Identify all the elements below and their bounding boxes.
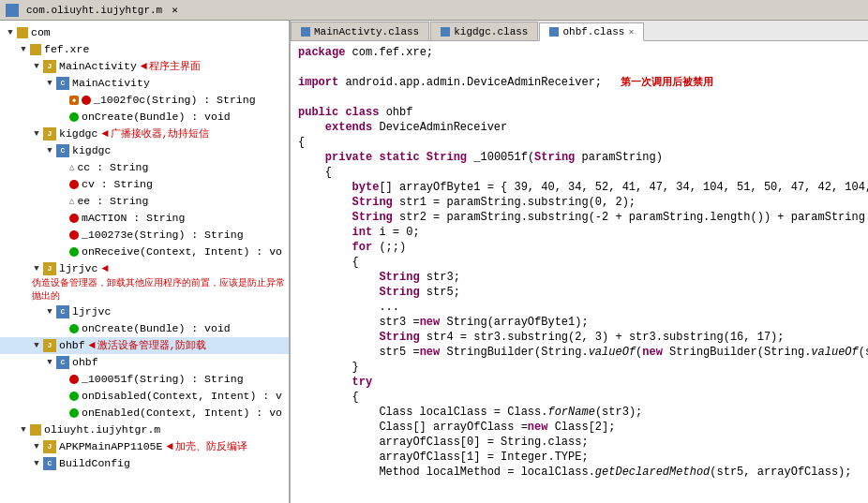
code-line [291, 90, 868, 105]
tree-item-mainactivity-class[interactable]: ▼ C MainActivity [0, 75, 289, 92]
tree-item-oncreate-1[interactable]: onCreate(Bundle) : void [0, 109, 289, 126]
tab-label: ohbf.class [562, 26, 624, 37]
tree-item-kigdgc-class[interactable]: ▼ C kigdgc [0, 142, 289, 159]
tree-label: _100051f(String) : String [82, 372, 244, 387]
code-area[interactable]: package com.fef.xre; import android.app.… [291, 41, 868, 503]
code-line: { [291, 390, 868, 405]
expand-icon [56, 178, 69, 191]
annotation-ohbf: 激活设备管理器,防卸载 [97, 338, 207, 353]
code-line: String str5; [291, 285, 868, 300]
tree-panel[interactable]: ▼ com ▼ fef.xre ▼ J MainActivity ◄ 程序主界面… [0, 21, 291, 503]
tree-label: cv : String [82, 177, 153, 192]
tree-label: fef.xre [44, 42, 89, 57]
tab-mainactivity[interactable]: MainActivty.class [291, 22, 429, 40]
expand-icon: ▼ [43, 77, 56, 90]
tab-ohbf[interactable]: ohbf.class ✕ [539, 22, 644, 41]
tab-bar: MainActivty.class kigdgc.class ohbf.clas… [291, 21, 868, 41]
expand-icon [56, 195, 69, 208]
expand-icon [56, 390, 69, 403]
code-line: int i = 0; [291, 225, 868, 240]
code-line: Method localMethod = localClass.getDecla… [291, 465, 868, 480]
annotation-ljrjvc: 伪造设备管理器，卸载其他应用程序的前置，应该是防止异常抛出的 [0, 277, 289, 303]
code-line: str5 = new StringBuilder(String.valueOf(… [291, 345, 868, 360]
tree-item-method-1002f0c[interactable]: ◆ _1002f0c(String) : String [0, 92, 289, 109]
tree-label: ljrjvc [72, 304, 111, 319]
code-line: arrayOfClass[0] = String.class; [291, 435, 868, 450]
expand-icon [56, 322, 69, 335]
tree-label: oliuyht.iujyhtgr.m [44, 422, 160, 437]
expand-icon [56, 212, 69, 225]
expand-icon: ▼ [30, 339, 43, 352]
expand-icon [56, 245, 69, 259]
tree-label: onCreate(Bundle) : void [82, 321, 231, 336]
main-area: ▼ com ▼ fef.xre ▼ J MainActivity ◄ 程序主界面… [0, 21, 868, 503]
tree-item-oliuyht[interactable]: ▼ oliuyht.iujyhtgr.m [0, 422, 289, 438]
tree-label: onCreate(Bundle) : void [82, 110, 231, 125]
tree-item-onenabled[interactable]: onEnabled(Context, Intent) : vo [0, 405, 289, 422]
tree-label: _1002f0c(String) : String [94, 93, 256, 108]
tab-kigdgc[interactable]: kigdgc.class [430, 22, 538, 40]
tree-item-ljrjvc[interactable]: ▼ J ljrjvc ◄ [0, 260, 289, 277]
tree-item-ondisabled[interactable]: onDisabled(Context, Intent) : v [0, 388, 289, 405]
tree-label: onReceive(Context, Intent) : vo [82, 244, 282, 259]
tree-label: APKPMainAPP1105E [59, 439, 162, 454]
tab-label: MainActivty.class [314, 26, 419, 37]
tree-label: com [31, 25, 51, 40]
tree-label: ohbf [59, 338, 85, 353]
expand-icon: ▼ [17, 43, 30, 56]
tree-item-ljrjvc-class[interactable]: ▼ C ljrjvc [0, 303, 289, 320]
tree-item-ohbf[interactable]: ▼ J ohbf ◄ 激活设备管理器,防卸载 [0, 337, 289, 354]
code-line: extends DeviceAdminReceiver [291, 120, 868, 135]
tree-item-apkp[interactable]: ▼ J APKPMainAPP1105E ◄ 加壳、防反编译 [0, 438, 289, 455]
tree-item-com[interactable]: ▼ com [0, 24, 289, 41]
expand-icon [56, 161, 69, 174]
tree-item-cc[interactable]: △ cc : String [0, 159, 289, 176]
tree-item-maction[interactable]: mACTION : String [0, 210, 289, 227]
code-line: String str4 = str3.substring(2, 3) + str… [291, 330, 868, 345]
tree-item-buildconfig[interactable]: ▼ C BuildConfig [0, 455, 289, 472]
tree-label: ljrjvc [59, 261, 97, 276]
code-line: Class localClass = Class.forName(str3); [291, 405, 868, 420]
expand-icon: ▼ [4, 26, 17, 39]
code-line: String str3; [291, 270, 868, 285]
tree-item-kigdgc[interactable]: ▼ J kigdgc ◄ 广播接收器,劫持短信 [0, 126, 289, 142]
annotation-main-activity: 程序主界面 [149, 59, 201, 74]
tab-label: kigdgc.class [454, 26, 528, 37]
code-line: { [291, 165, 868, 180]
tree-item-cv[interactable]: cv : String [0, 176, 289, 193]
tree-item-fef-xre[interactable]: ▼ fef.xre [0, 41, 289, 58]
expand-icon: ▼ [43, 356, 56, 369]
tree-item-onreceive[interactable]: onReceive(Context, Intent) : vo [0, 244, 289, 260]
code-line: String str2 = paramString.substring(-2 +… [291, 210, 868, 225]
tree-label: MainActivity [59, 59, 137, 74]
code-line: private static String _100051f(String pa… [291, 150, 868, 165]
expand-icon: ▼ [30, 262, 43, 275]
tree-item-100051f[interactable]: _100051f(String) : String [0, 371, 289, 388]
tree-label: cc : String [77, 160, 148, 175]
tree-item-ee[interactable]: △ ee : String [0, 193, 289, 210]
expand-icon: ▼ [43, 144, 56, 157]
tree-item-100273e[interactable]: _100273e(String) : String [0, 227, 289, 244]
title-text: com.oliuyht.iujyhtgr.m [26, 5, 162, 16]
tree-item-ohbf-class[interactable]: ▼ C ohbf [0, 354, 289, 371]
expand-icon [56, 94, 69, 107]
tree-label: ohbf [72, 355, 98, 370]
expand-icon [56, 111, 69, 124]
code-line: { [291, 135, 868, 150]
code-line: str3 = new String(arrayOfByte1); [291, 315, 868, 330]
tree-item-mainactivity[interactable]: ▼ J MainActivity ◄ 程序主界面 [0, 58, 289, 75]
code-line [291, 60, 868, 75]
code-line: package com.fef.xre; [291, 45, 868, 60]
tab-close-icon[interactable]: ✕ [628, 26, 634, 37]
tree-label: onEnabled(Context, Intent) : vo [82, 406, 282, 421]
code-line: for (;;) [291, 240, 868, 255]
annotation-kigdgc: 广播接收器,劫持短信 [111, 126, 210, 141]
expand-icon: ▼ [30, 457, 43, 470]
expand-icon: ▼ [43, 305, 56, 318]
tab-icon [549, 27, 559, 37]
title-close[interactable]: ✕ [172, 4, 178, 16]
tree-label: ee : String [77, 194, 148, 209]
tree-item-oncreate-2[interactable]: onCreate(Bundle) : void [0, 320, 289, 337]
code-line: } [291, 360, 868, 375]
annotation-apk: 加壳、防反编译 [175, 439, 247, 454]
